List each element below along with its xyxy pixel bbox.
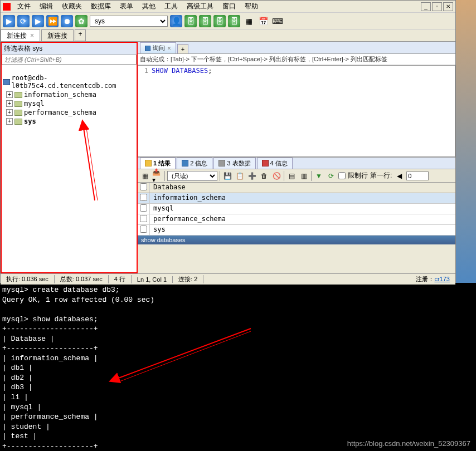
db-selector[interactable]: sys: [90, 16, 168, 27]
mysql-terminal[interactable]: mysql> create database db3;Query OK, 1 r…: [0, 283, 476, 451]
result-grid[interactable]: Database information_schemamysqlperforma…: [138, 183, 455, 236]
table-row[interactable]: sys: [138, 225, 455, 236]
play-icon[interactable]: ▶: [32, 15, 44, 27]
exec-time: 执行: 0.036 sec: [1, 275, 55, 283]
tree-db-node[interactable]: +information_schema: [3, 90, 135, 99]
table-icon[interactable]: ▦: [242, 15, 255, 27]
query-panel: 询问 × + 自动完成：[Tab]-> 下一个标签，[Ctrl+Space]->…: [138, 42, 455, 273]
main-window: 文件编辑收藏夹数据库表单其他工具高级工具窗口帮助 _ ▫ ✕ ▶ ⟳ ▶ ⏩ ⏺…: [0, 0, 456, 283]
mode-selector[interactable]: (只读): [167, 171, 217, 181]
separator: [220, 171, 220, 181]
row-checkbox[interactable]: [140, 194, 147, 201]
menu-item[interactable]: 编辑: [35, 1, 57, 11]
page-input[interactable]: [406, 171, 429, 180]
info-icon: [262, 160, 269, 166]
sql-keyword: SHOW DATABASES: [152, 67, 208, 75]
add-row-icon[interactable]: ➕: [247, 171, 257, 181]
tree-db-node[interactable]: +performance_schema: [3, 108, 135, 117]
export-icon[interactable]: 📤▾: [152, 171, 162, 181]
query-tab-1[interactable]: 询问 ×: [140, 42, 176, 53]
stop-icon[interactable]: ⏺: [61, 15, 73, 27]
desktop-bg-strip: [456, 0, 476, 283]
cell-value: mysql: [150, 204, 455, 214]
db1-icon[interactable]: 🗄: [184, 15, 197, 27]
add-query-tab[interactable]: +: [177, 44, 188, 53]
table-row[interactable]: information_schema: [138, 193, 455, 204]
play-all-icon[interactable]: ⏩: [46, 15, 59, 27]
cancel-icon[interactable]: 🚫: [271, 171, 281, 181]
menu-item[interactable]: 其他: [138, 1, 160, 11]
autocomplete-hint: 自动完成：[Tab]-> 下一个标签，[Ctrl+Space]-> 列出所有标签…: [138, 54, 455, 65]
result-tab-2[interactable]: 2 信息: [177, 158, 212, 169]
row-checkbox[interactable]: [140, 226, 147, 233]
filter-icon[interactable]: ▼: [314, 171, 324, 181]
expand-icon[interactable]: +: [6, 100, 13, 107]
filter-input[interactable]: [2, 55, 137, 65]
db3-icon[interactable]: 🗄: [213, 15, 226, 27]
db2-icon[interactable]: 🗄: [199, 15, 211, 27]
minimize-button[interactable]: _: [421, 2, 431, 11]
menu-item[interactable]: 文件: [13, 1, 35, 11]
terminal-line: | information_schema |: [2, 354, 474, 364]
expand-icon[interactable]: +: [6, 118, 13, 125]
refresh-icon[interactable]: ⟳: [326, 171, 336, 181]
menu-item[interactable]: 收藏夹: [57, 1, 86, 11]
row-checkbox[interactable]: [140, 215, 147, 222]
calendar-icon[interactable]: 📅: [257, 15, 269, 27]
cursor-pos: Ln 1, Col 1: [132, 276, 173, 283]
column-header[interactable]: Database: [150, 183, 455, 193]
add-tab-button[interactable]: +: [75, 30, 86, 41]
row-checkbox[interactable]: [140, 204, 147, 212]
terminal-line: | db2 |: [2, 373, 474, 383]
user-icon[interactable]: 👤: [170, 15, 182, 27]
close-button[interactable]: ✕: [443, 2, 453, 11]
db4-icon[interactable]: 🗄: [228, 15, 240, 27]
save-icon[interactable]: 💾: [222, 171, 232, 181]
conn-tab-1[interactable]: 新连接 ×: [1, 30, 40, 41]
close-icon[interactable]: ×: [30, 32, 34, 40]
tree-db-node[interactable]: +sys: [3, 117, 135, 126]
menu-item[interactable]: 窗口: [218, 1, 240, 11]
select-all-checkbox[interactable]: [140, 183, 147, 190]
menu-item[interactable]: 工具: [160, 1, 182, 11]
delete-row-icon[interactable]: 🗑: [259, 171, 269, 181]
limit-checkbox[interactable]: [338, 172, 346, 179]
conn-tab-2[interactable]: 新连接: [41, 30, 74, 41]
menu-item[interactable]: 高级工具: [182, 1, 218, 11]
tree-root[interactable]: root@cdb-l0tb75c4.cd.tencentcdb.com: [3, 73, 135, 90]
menu-item[interactable]: 数据库: [86, 1, 115, 11]
conn-tab-label: 新连接: [47, 31, 67, 41]
db-icon: [14, 101, 22, 107]
terminal-line: | db3 |: [2, 383, 474, 393]
server-icon: [3, 79, 10, 85]
view1-icon[interactable]: ▤: [286, 171, 297, 181]
row-count: 4 行: [109, 275, 132, 283]
filter-header: 筛选表格 sys: [2, 43, 137, 55]
sql-terminator: ;: [208, 67, 212, 75]
query-tabs: 询问 × +: [138, 42, 455, 54]
format-icon[interactable]: ✿: [75, 15, 88, 27]
expand-icon[interactable]: +: [6, 91, 13, 98]
table-row[interactable]: mysql: [138, 204, 455, 214]
new-conn-icon[interactable]: ▶: [3, 15, 15, 27]
menu-item[interactable]: 表单: [115, 1, 138, 11]
copy-icon[interactable]: 📋: [235, 171, 245, 181]
window-controls: _ ▫ ✕: [421, 2, 453, 11]
register-link[interactable]: cr173: [434, 276, 450, 282]
expand-icon[interactable]: +: [6, 109, 13, 116]
keyboard-icon[interactable]: ⌨: [271, 15, 284, 27]
table-row[interactable]: performance_schema: [138, 214, 455, 225]
result-tab-4[interactable]: 4 信息: [257, 158, 293, 169]
tree-db-node[interactable]: +mysql: [3, 99, 135, 108]
refresh-icon[interactable]: ⟳: [17, 15, 30, 27]
schema-tree[interactable]: root@cdb-l0tb75c4.cd.tencentcdb.com +inf…: [2, 71, 137, 128]
menu-item[interactable]: 帮助: [240, 1, 263, 11]
view2-icon[interactable]: ▥: [299, 171, 309, 181]
grid-view-icon[interactable]: ▦: [140, 171, 150, 181]
result-tab-3[interactable]: 3 表数据: [213, 158, 255, 169]
close-icon[interactable]: ×: [167, 45, 171, 52]
result-tab-1[interactable]: 1 结果: [140, 158, 176, 169]
prev-page-icon[interactable]: ◀: [394, 171, 404, 181]
sql-editor[interactable]: 1SHOW DATABASES;: [138, 65, 455, 157]
maximize-button[interactable]: ▫: [432, 2, 442, 11]
